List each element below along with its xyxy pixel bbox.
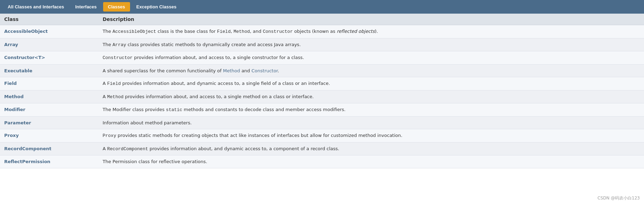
code-span: Field xyxy=(217,29,231,34)
class-link[interactable]: Modifier xyxy=(4,107,26,112)
description-cell: Information about method parameters. xyxy=(98,116,644,129)
table-row: AccessibleObjectThe AccessibleObject cla… xyxy=(0,25,644,38)
description-cell: The Array class provides static methods … xyxy=(98,38,644,51)
description-cell: A shared superclass for the common funct… xyxy=(98,64,644,77)
class-link[interactable]: Method xyxy=(4,94,23,99)
class-name-cell: Modifier xyxy=(0,103,98,117)
table-row: ProxyProxy provides static methods for c… xyxy=(0,129,644,143)
class-column-header: Class xyxy=(0,14,98,25)
class-name-cell: Executable xyxy=(0,64,98,77)
table-row: MethodA Method provides information abou… xyxy=(0,90,644,103)
class-name-cell: Parameter xyxy=(0,116,98,129)
code-span: Constructor xyxy=(263,29,293,34)
table-row: Constructor<T>Constructor provides infor… xyxy=(0,51,644,65)
table-row: ArrayThe Array class provides static met… xyxy=(0,38,644,51)
table-row: RecordComponentA RecordComponent provide… xyxy=(0,142,644,155)
class-name-cell: RecordComponent xyxy=(0,142,98,155)
table-row: ModifierThe Modifier class provides stat… xyxy=(0,103,644,117)
class-link[interactable]: Proxy xyxy=(4,133,19,138)
code-span: Method xyxy=(107,94,124,100)
class-link[interactable]: Array xyxy=(4,42,18,47)
code-span: Proxy xyxy=(102,133,116,138)
class-table: Class Description AccessibleObjectThe Ac… xyxy=(0,14,644,168)
class-link[interactable]: Constructor<T> xyxy=(4,55,45,60)
code-span: Array xyxy=(113,42,126,48)
class-name-cell: Array xyxy=(0,38,98,51)
class-name-cell: AccessibleObject xyxy=(0,25,98,38)
class-link[interactable]: Parameter xyxy=(4,120,31,125)
class-name-cell: Proxy xyxy=(0,129,98,143)
class-link[interactable]: Field xyxy=(4,81,17,86)
description-column-header: Description xyxy=(98,14,644,25)
table-row: ParameterInformation about method parame… xyxy=(0,116,644,129)
desc-link[interactable]: Method xyxy=(223,68,240,73)
code-span: RecordComponent xyxy=(107,146,148,152)
tab-exceptions[interactable]: Exception Classes xyxy=(131,2,181,12)
code-span: Field xyxy=(107,81,121,86)
tab-all[interactable]: All Classes and Interfaces xyxy=(3,2,69,12)
description-cell: A RecordComponent provides information a… xyxy=(98,142,644,155)
description-cell: A Field provides information about, and … xyxy=(98,77,644,90)
class-link[interactable]: ReflectPermission xyxy=(4,159,50,164)
code-span: AccessibleObject xyxy=(113,29,156,34)
em-span: reflected objects xyxy=(337,29,375,34)
table-row: FieldA Field provides information about,… xyxy=(0,77,644,90)
class-name-cell: Method xyxy=(0,90,98,103)
class-name-cell: Constructor<T> xyxy=(0,51,98,65)
code-span: Method xyxy=(234,29,250,34)
class-name-cell: Field xyxy=(0,77,98,90)
table-row: ReflectPermissionThe Permission class fo… xyxy=(0,155,644,168)
tab-bar: All Classes and InterfacesInterfacesClas… xyxy=(0,0,644,14)
table-row: ExecutableA shared superclass for the co… xyxy=(0,64,644,77)
tab-interfaces[interactable]: Interfaces xyxy=(70,2,101,12)
description-cell: Constructor provides information about, … xyxy=(98,51,644,65)
class-link[interactable]: RecordComponent xyxy=(4,146,51,151)
code-span: Constructor xyxy=(102,55,133,60)
class-link[interactable]: Executable xyxy=(4,68,33,73)
tab-classes[interactable]: Classes xyxy=(103,2,130,12)
desc-link[interactable]: Constructor xyxy=(251,68,278,73)
class-name-cell: ReflectPermission xyxy=(0,155,98,168)
description-cell: Proxy provides static methods for creati… xyxy=(98,129,644,143)
description-cell: A Method provides information about, and… xyxy=(98,90,644,103)
code-span: static xyxy=(166,107,183,112)
class-link[interactable]: AccessibleObject xyxy=(4,29,48,34)
description-cell: The Permission class for reflective oper… xyxy=(98,155,644,168)
description-cell: The Modifier class provides static metho… xyxy=(98,103,644,117)
description-cell: The AccessibleObject class is the base c… xyxy=(98,25,644,38)
